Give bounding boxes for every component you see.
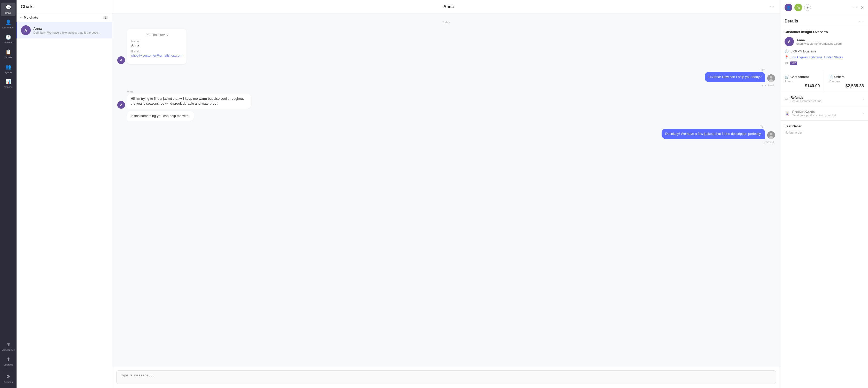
sidebar-item-agents[interactable]: 👥 Agents <box>1 62 16 76</box>
chevron-right-icon: › <box>863 111 864 115</box>
refunds-label: Refunds <box>790 96 860 99</box>
main-chat: Anna ··· Today A Pre-chat survey Name: A… <box>112 0 780 388</box>
svg-point-4 <box>770 133 772 135</box>
close-button[interactable]: ✕ <box>861 5 864 10</box>
sidebar-item-settings[interactable]: ⚙ Settings <box>1 372 16 385</box>
sidebar-item-label: Settings <box>4 381 13 383</box>
customers-icon: 👤 <box>5 20 11 25</box>
chat-section-header[interactable]: ▾ My chats 1 <box>17 13 112 22</box>
message-bubble: Hi! I'm trying to find a jacket that wil… <box>127 94 251 109</box>
customer-email: shopify.customer@qmailshop.com <box>797 42 842 45</box>
chevron-down-icon: ▾ <box>20 16 22 19</box>
sidebar-item-label: Marketplace <box>2 349 15 351</box>
shopify-icon-button[interactable]: 🛍 <box>795 4 802 11</box>
sidebar-item-chats[interactable]: 💬 Chats <box>1 3 16 16</box>
field-value: Anna <box>131 43 182 47</box>
stat-sub: 2 items <box>784 80 820 83</box>
chats-icon: 💬 <box>5 5 11 10</box>
customer-name: Anna <box>797 38 842 42</box>
local-time-row: 🕐 5:06 PM local time <box>784 49 864 53</box>
message-row: Is this something you can help me with? <box>117 111 194 121</box>
last-order-section: Last Order No last order <box>780 121 868 138</box>
details-options-button[interactable]: ··· <box>859 19 864 24</box>
avatar: A <box>21 25 31 35</box>
sidebar-item-archives[interactable]: 🕐 Archives <box>1 32 16 46</box>
no-last-order: No last order <box>784 131 864 134</box>
message-bubble: Hi Anna! How can I help you today? <box>705 72 765 82</box>
avatar: A <box>784 37 794 46</box>
sender-name: Tom <box>760 68 775 71</box>
customer-insight: Customer Insight Overview A Anna shopify… <box>780 26 868 71</box>
sender-name: Anna <box>117 90 133 93</box>
message-row: A Hi! I'm trying to find a jacket that w… <box>117 94 251 109</box>
stat-value: $140.00 <box>784 84 820 88</box>
archives-icon: 🕐 <box>5 34 11 40</box>
message-status: Delivered <box>763 140 775 143</box>
stat-value: $2,535.38 <box>829 84 864 88</box>
chevron-right-icon: › <box>863 97 864 101</box>
add-integration-button[interactable]: + <box>804 4 811 11</box>
sidebar-item-reports[interactable]: 📊 Reports <box>1 77 16 90</box>
field-label: Name: <box>131 40 182 43</box>
prechat-card: Pre-chat survey Name: Anna E-mail: shopi… <box>127 29 187 64</box>
location-icon: 📍 <box>784 55 789 59</box>
details-header: 👤 🛍 + ··· ✕ <box>780 0 868 15</box>
sidebar-item-label: Agents <box>4 71 12 74</box>
settings-icon: ⚙ <box>6 374 10 380</box>
message-row: Definitely! We have a few jackets that f… <box>661 129 775 139</box>
stat-item-cart: 🛒 Cart content 2 items $140.00 <box>780 71 824 92</box>
avatar: A <box>117 101 125 109</box>
sidebar-item-tickets[interactable]: 📋 Tickets <box>1 47 16 61</box>
stat-label: Orders <box>834 75 844 79</box>
sidebar-item-marketplace[interactable]: ⊞ Marketplace <box>1 340 16 353</box>
field-value-email: shopify.customer@qmailshop.com <box>131 54 182 57</box>
sidebar-item-label: Reports <box>4 86 12 88</box>
sidebar-item-label: Archives <box>4 41 13 44</box>
local-time: 5:06 PM local time <box>791 50 816 53</box>
customer-profile: A Anna shopify.customer@qmailshop.com <box>784 37 864 46</box>
agents-icon: 👥 <box>5 64 11 70</box>
sidebar-item-label: Tickets <box>4 56 12 59</box>
message-bubble: Is this something you can help me with? <box>127 111 194 121</box>
refunds-icon: ↩ <box>784 97 788 102</box>
chat-input-area <box>112 367 780 388</box>
vip-badge: VIP <box>790 62 797 65</box>
section-label: My chats <box>24 15 38 20</box>
chat-options-button[interactable]: ··· <box>770 4 775 9</box>
stat-item-orders: 📄 Orders 13 orders $2,535.38 <box>824 71 868 92</box>
message-group-outgoing: Tom Hi Anna! How can I help you today? ✓… <box>117 68 775 87</box>
reports-icon: 📊 <box>5 79 11 85</box>
details-menu-button[interactable]: ··· <box>852 5 858 10</box>
stats-grid: 🛒 Cart content 2 items $140.00 📄 Orders … <box>780 71 868 92</box>
avatar: A <box>117 56 125 64</box>
sender-name: Tom <box>760 125 775 128</box>
tag-icon: 🏷 <box>784 61 788 65</box>
details-panel: 👤 🛍 + ··· ✕ Details ··· Customer Insight… <box>780 0 868 388</box>
sidebar-item-customers[interactable]: 👤 Customers <box>1 17 16 31</box>
avatar <box>767 74 775 82</box>
sidebar-item-label: Chats <box>5 11 11 14</box>
marketplace-icon: ⊞ <box>6 342 10 348</box>
prechat-title: Pre-chat survey <box>131 33 182 37</box>
location-link[interactable]: Los Angeles, California, United States <box>791 56 843 59</box>
chat-list-item[interactable]: A Anna Definitely! We have a few jackets… <box>17 22 112 38</box>
cart-icon: 🛒 <box>784 75 789 79</box>
product-cards-item[interactable]: 🃏 Product Cards Send your products direc… <box>780 106 868 121</box>
message-input[interactable] <box>116 370 776 384</box>
chat-header: Anna ··· <box>112 0 780 13</box>
sidebar-item-label: Customers <box>2 26 14 29</box>
upgrade-icon: ⬆ <box>6 356 10 362</box>
svg-point-1 <box>770 76 772 78</box>
field-label: E-mail: <box>131 50 182 53</box>
stat-sub: 13 orders <box>829 80 864 83</box>
sidebar-item-upgrade[interactable]: ⬆ Upgrade <box>1 354 16 368</box>
message-bubble: Definitely! We have a few jackets that f… <box>661 129 765 139</box>
message-group-outgoing-2: Tom Definitely! We have a few jackets th… <box>117 125 775 143</box>
product-cards-icon: 🃏 <box>784 111 790 116</box>
chat-list-header: Chats <box>17 0 112 13</box>
clock-icon: 🕐 <box>784 49 789 53</box>
refunds-item[interactable]: ↩ Refunds See all customer returns › <box>780 92 868 106</box>
last-order-title: Last Order <box>784 124 864 128</box>
message-row: A Pre-chat survey Name: Anna E-mail: sho… <box>117 29 775 64</box>
person-icon-button[interactable]: 👤 <box>784 4 792 11</box>
